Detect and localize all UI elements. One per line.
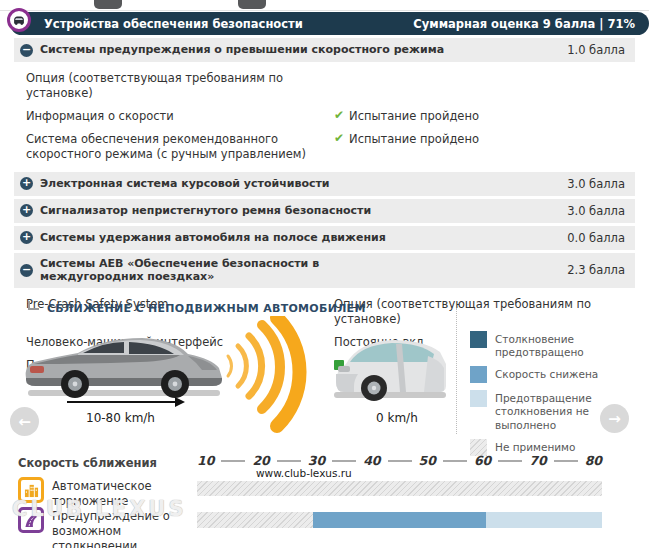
- section-score: 1.0 балла: [567, 43, 627, 57]
- bar-segment-not-applicable: [197, 512, 313, 528]
- corner-mark: [28, 301, 39, 310]
- car-badge-icon: [7, 8, 31, 32]
- section-header-speed-assist[interactable]: − Системы предупреждения о превышении ск…: [14, 38, 635, 62]
- auto-brake-bar: [197, 481, 602, 496]
- axis-dash: [277, 460, 301, 462]
- axis-tick: 80: [585, 453, 602, 468]
- expand-icon[interactable]: +: [20, 231, 33, 244]
- expand-icon[interactable]: +: [20, 204, 33, 217]
- axis-tick: 30: [308, 453, 325, 468]
- direction-arrow: [67, 401, 175, 403]
- legend: Столкновение предотвращено Скорость сниж…: [470, 331, 640, 456]
- axis-tick: 20: [252, 453, 269, 468]
- arrow-left-icon: ←: [18, 413, 31, 431]
- divider: [0, 10, 649, 11]
- stationary-speed-label: 0 km/h: [376, 411, 418, 425]
- detail-value: ✔ Испытание пройдено: [334, 109, 479, 124]
- bar-segment-speed-reduced: [313, 512, 487, 528]
- page-title: Устройства обеспечения безопасности: [44, 17, 303, 31]
- section-title: Системы предупреждения о превышении скор…: [40, 43, 444, 57]
- axis-dash: [554, 460, 578, 462]
- legend-swatch-collision-avoided: [470, 331, 487, 348]
- chart-row-label: Предупреждение о возможном столкновении: [52, 509, 192, 548]
- axis-dash: [388, 460, 412, 462]
- detail-row: Система обеспечения рекомендованного ско…: [14, 128, 635, 166]
- detail-label: Система обеспечения рекомендованного ско…: [26, 132, 334, 162]
- expand-icon[interactable]: +: [20, 177, 33, 190]
- safety-assist-panel: Устройства обеспечения безопасности Сумм…: [0, 0, 649, 548]
- axis-dash: [498, 460, 522, 462]
- bar-segment-collision-avoidance-failed: [486, 512, 602, 528]
- scenario-title: СБЛИЖЕНИЕ С НЕПОДВИЖНЫМ АВТОМОБИЛЕМ: [47, 302, 366, 315]
- collapse-icon[interactable]: −: [20, 44, 33, 57]
- moving-car-image: [20, 326, 228, 402]
- tab-stub-1[interactable]: [94, 0, 122, 9]
- legend-item: Предотвращение столкновения не выполнено: [470, 390, 640, 431]
- axis-tick: 50: [419, 453, 436, 468]
- legend-item: Столкновение предотвращено: [470, 331, 640, 359]
- check-icon: ✔: [334, 132, 344, 145]
- detail-row: Информация о скорости ✔ Испытание пройде…: [14, 105, 635, 128]
- axis-tick: 60: [474, 453, 491, 468]
- stationary-car-image: [328, 330, 452, 402]
- chart-row-label: Автоматическое торможение: [52, 479, 192, 509]
- legend-swatch-avoidance-failed: [470, 390, 487, 407]
- collision-warning-road-icon: [18, 507, 44, 533]
- detail-value: ✔ Испытание пройдено: [334, 132, 479, 147]
- section-title: Сигнализатор непристегнутого ремня безоп…: [40, 204, 371, 218]
- summary-score: Суммарная оценка 9 балла | 71%: [413, 17, 635, 31]
- section-details: Опция (соответствующая требованиям по ус…: [14, 65, 635, 172]
- section-header-seatbelt-reminder[interactable]: + Сигнализатор непристегнутого ремня без…: [14, 199, 635, 223]
- axis-tick: 70: [529, 453, 546, 468]
- detail-label: Опция (соответствующая требованиям по ус…: [26, 71, 334, 101]
- detail-value: Опция (соответствующая требованиям по ус…: [334, 297, 635, 327]
- section-score: 2.3 балла: [567, 263, 627, 277]
- header-bar: Устройства обеспечения безопасности Сумм…: [10, 12, 649, 35]
- legend-label: Скорость снижена: [495, 366, 598, 381]
- axis-tick: 40: [363, 453, 380, 468]
- chart-title: Скорость сближения: [18, 456, 157, 470]
- section-title: Системы AEB «Обеспечение безопасности в …: [40, 257, 370, 285]
- auto-brake-city-icon: [18, 477, 44, 503]
- legend-swatch-speed-reduced: [470, 366, 487, 383]
- legend-item: Скорость снижена: [470, 366, 640, 383]
- legend-label: Не применимо: [495, 439, 575, 454]
- radar-waves-icon: [214, 316, 320, 438]
- test-passed-text: Испытание пройдено: [349, 132, 479, 147]
- detail-label: Информация о скорости: [26, 109, 334, 124]
- car-front-icon: [12, 14, 26, 26]
- section-header-lane-support[interactable]: + Системы удержания автомобиля на полосе…: [14, 226, 635, 250]
- detail-row: Опция (соответствующая требованиям по ус…: [14, 67, 635, 105]
- axis-dash: [221, 460, 245, 462]
- prev-scenario-button[interactable]: ←: [10, 407, 39, 436]
- section-score: 3.0 балла: [567, 177, 627, 191]
- bar-segment-not-applicable: [197, 481, 602, 496]
- axis-dash: [332, 460, 356, 462]
- axis-tick: 10: [197, 453, 214, 468]
- section-header-aeb-interurban[interactable]: − Системы AEB «Обеспечение безопасности …: [14, 253, 635, 289]
- moving-speed-label: 10-80 km/h: [86, 411, 155, 425]
- watermark-url: www.club-lexus.ru: [256, 467, 352, 479]
- legend-label: Предотвращение столкновения не выполнено: [495, 390, 640, 431]
- divider: [456, 308, 457, 434]
- speed-axis: 1020304050607080: [197, 453, 602, 468]
- section-score: 3.0 балла: [567, 204, 627, 218]
- section-title: Системы удержания автомобиля на полосе д…: [40, 231, 386, 245]
- check-icon: ✔: [334, 109, 344, 122]
- legend-label: Столкновение предотвращено: [495, 331, 640, 359]
- collapse-icon[interactable]: −: [20, 264, 33, 277]
- axis-dash: [443, 460, 467, 462]
- tab-stub-2[interactable]: [238, 0, 266, 9]
- section-header-esc[interactable]: + Электронная система курсовой устойчиво…: [14, 172, 635, 196]
- section-score: 0.0 балла: [567, 231, 627, 245]
- test-passed-text: Испытание пройдено: [349, 109, 479, 124]
- collision-warning-bar: [197, 512, 602, 528]
- section-title: Электронная система курсовой устойчивост…: [40, 177, 330, 191]
